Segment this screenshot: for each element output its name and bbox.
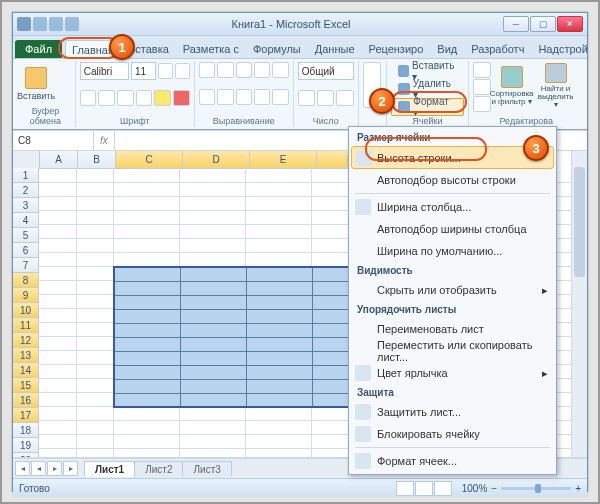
decrease-indent-icon[interactable] (254, 89, 270, 105)
italic-icon[interactable] (98, 90, 115, 106)
currency-icon[interactable] (298, 90, 315, 106)
select-all-corner[interactable] (13, 151, 40, 169)
menu-rename-sheet[interactable]: Переименовать лист (351, 318, 554, 340)
merge-icon[interactable] (272, 89, 288, 105)
row-header-5[interactable]: 5 (13, 228, 39, 243)
row-header-15[interactable]: 15 (13, 378, 39, 393)
column-header-A[interactable]: A (40, 151, 78, 169)
menu-hide-unhide[interactable]: Скрыть или отобразить▸ (351, 279, 554, 301)
format-cells-button[interactable]: Формат ▾ (391, 98, 463, 116)
row-header-9[interactable]: 9 (13, 288, 39, 303)
autosum-icon[interactable] (473, 62, 491, 78)
align-left-icon[interactable] (199, 89, 215, 105)
zoom-in-button[interactable]: + (575, 483, 581, 494)
menu-move-copy-sheet[interactable]: Переместить или скопировать лист... (351, 340, 554, 362)
orientation-icon[interactable] (254, 62, 270, 78)
zoom-slider[interactable] (501, 487, 571, 490)
row-header-1[interactable]: 1 (13, 168, 39, 183)
row-header-16[interactable]: 16 (13, 393, 39, 408)
find-select-button[interactable]: Найти и выделить ▾ (535, 62, 577, 110)
border-icon[interactable] (136, 90, 153, 106)
tab-view[interactable]: Вид (430, 39, 464, 58)
name-box[interactable]: C8 (13, 131, 94, 150)
wrap-text-icon[interactable] (272, 62, 288, 78)
menu-autofit-col[interactable]: Автоподбор ширины столбца (351, 218, 554, 240)
row-header-13[interactable]: 13 (13, 348, 39, 363)
comma-icon[interactable] (336, 90, 353, 106)
row-header-8[interactable]: 8 (13, 273, 39, 288)
row-header-14[interactable]: 14 (13, 363, 39, 378)
tab-foxit[interactable]: Foxit PD (595, 39, 600, 58)
menu-format-cells[interactable]: Формат ячеек... (351, 450, 554, 472)
lock-icon (355, 426, 371, 442)
row-header-19[interactable]: 19 (13, 438, 39, 453)
row-header-4[interactable]: 4 (13, 213, 39, 228)
undo-icon[interactable] (49, 17, 63, 31)
align-middle-icon[interactable] (217, 62, 233, 78)
tab-pagelayout[interactable]: Разметка с (176, 39, 246, 58)
zoom-level[interactable]: 100% (462, 483, 488, 494)
format-cells-icon (398, 101, 410, 113)
font-size-box[interactable]: 11 (131, 62, 156, 80)
sheet-tab-2[interactable]: Лист2 (134, 461, 183, 477)
align-center-icon[interactable] (217, 89, 233, 105)
bold-icon[interactable] (80, 90, 97, 106)
sheet-tab-1[interactable]: Лист1 (84, 461, 135, 477)
row-header-18[interactable]: 18 (13, 423, 39, 438)
row-header-3[interactable]: 3 (13, 198, 39, 213)
menu-default-width[interactable]: Ширина по умолчанию... (351, 240, 554, 262)
font-color-icon[interactable] (173, 90, 190, 106)
row-header-17[interactable]: 17 (13, 408, 39, 423)
align-right-icon[interactable] (236, 89, 252, 105)
row-header-11[interactable]: 11 (13, 318, 39, 333)
minimize-button[interactable]: ─ (503, 16, 529, 32)
column-header-B[interactable]: B (78, 151, 116, 169)
menu-col-width[interactable]: Ширина столбца... (351, 196, 554, 218)
percent-icon[interactable] (317, 90, 334, 106)
menu-tab-color[interactable]: Цвет ярлычка▸ (351, 362, 554, 384)
close-button[interactable]: ✕ (557, 16, 583, 32)
align-bottom-icon[interactable] (236, 62, 252, 78)
row-header-7[interactable]: 7 (13, 258, 39, 273)
tab-formulas[interactable]: Формулы (246, 39, 308, 58)
column-header-C[interactable]: C (116, 151, 183, 169)
tab-review[interactable]: Рецензиро (362, 39, 431, 58)
underline-icon[interactable] (117, 90, 134, 106)
row-height-icon (356, 150, 372, 166)
maximize-button[interactable]: ▢ (530, 16, 556, 32)
col-width-icon (355, 199, 371, 215)
tab-developer[interactable]: Разработч (464, 39, 531, 58)
paste-button[interactable]: Вставить (20, 62, 52, 106)
view-buttons[interactable] (396, 481, 452, 496)
vertical-scrollbar[interactable] (571, 151, 587, 457)
tab-file[interactable]: Файл (15, 40, 62, 58)
increase-font-icon[interactable] (158, 63, 173, 79)
row-header-6[interactable]: 6 (13, 243, 39, 258)
sheet-tab-3[interactable]: Лист3 (182, 461, 231, 477)
menu-protect-sheet[interactable]: Защитить лист... (351, 401, 554, 423)
menu-lock-cell[interactable]: Блокировать ячейку (351, 423, 554, 445)
column-header-E[interactable]: E (250, 151, 317, 169)
tab-addins[interactable]: Надстрой (531, 39, 594, 58)
number-format-box[interactable]: Общий (298, 62, 354, 80)
decrease-font-icon[interactable] (175, 63, 190, 79)
sort-filter-button[interactable]: Сортировка и фильтр ▾ (491, 62, 533, 110)
row-header-20[interactable]: 20 (13, 453, 39, 458)
row-header-2[interactable]: 2 (13, 183, 39, 198)
scroll-thumb[interactable] (574, 167, 585, 277)
column-header-D[interactable]: D (183, 151, 250, 169)
sheet-nav[interactable]: ◂◂▸▸ (15, 461, 78, 476)
font-name-box[interactable]: Calibri (80, 62, 129, 80)
tab-data[interactable]: Данные (308, 39, 362, 58)
menu-autofit-row[interactable]: Автоподбор высоты строки (351, 169, 554, 191)
row-header-12[interactable]: 12 (13, 333, 39, 348)
row-header-10[interactable]: 10 (13, 303, 39, 318)
zoom-out-button[interactable]: − (491, 483, 497, 494)
clear-icon[interactable] (473, 96, 491, 112)
save-icon[interactable] (33, 17, 47, 31)
redo-icon[interactable] (65, 17, 79, 31)
align-top-icon[interactable] (199, 62, 215, 78)
fill-icon[interactable] (473, 79, 491, 95)
fx-icon[interactable]: fx (94, 135, 114, 146)
fill-color-icon[interactable] (154, 90, 171, 106)
